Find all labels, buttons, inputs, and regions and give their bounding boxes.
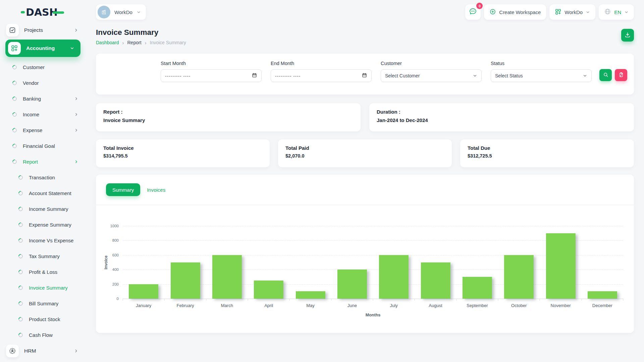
x-tick-label: April — [264, 303, 273, 308]
chevron-down-icon — [624, 10, 629, 14]
sidebar-item-transaction[interactable]: Transaction — [0, 170, 86, 185]
bullet-ring-icon — [11, 64, 17, 70]
bullet-ring-icon — [11, 143, 17, 149]
create-workspace-button[interactable]: Create Workspace — [484, 4, 546, 20]
y-tick-label: 0 — [117, 297, 119, 301]
chevron-right-icon — [74, 112, 78, 117]
report-value: Invoice Summary — [103, 117, 353, 123]
sidebar-item-vendor[interactable]: Vendor — [0, 75, 86, 91]
gridline — [123, 299, 623, 299]
sidebar-item-projects[interactable]: Projects — [0, 22, 86, 38]
bullet-ring-icon — [11, 80, 17, 86]
sidebar-item-expense-summary[interactable]: Expense Summary — [0, 217, 86, 233]
sidebar-item-financial-goal[interactable]: Financial Goal — [0, 138, 86, 154]
bullet-ring-icon — [11, 159, 17, 165]
workspace-avatar — [98, 6, 110, 18]
chart-bar-december — [588, 291, 617, 299]
sidebar-item-hrm[interactable]: HRM — [0, 343, 86, 359]
bullet-ring-icon — [17, 332, 23, 338]
sidebar-item-income-summary[interactable]: Income Summary — [0, 201, 86, 217]
chevron-down-icon — [137, 10, 141, 14]
x-tick-label: November — [551, 303, 571, 308]
plus-circle-icon — [489, 8, 496, 16]
header-actions: 0 Create Workspace WorkDo — [465, 4, 634, 20]
sidebar-item-account-statement[interactable]: Account Statement — [0, 185, 86, 201]
sidebar: DASH Projects Accounting Customer Vendor… — [0, 0, 86, 362]
end-month-input[interactable]: --------- ---- — [271, 69, 372, 82]
report-duration-row: Report : Invoice Summary Duration : Jan-… — [96, 103, 634, 131]
bullet-ring-icon — [17, 190, 23, 196]
sidebar-item-tax-summary[interactable]: Tax Summary — [0, 248, 86, 264]
calendar-icon — [252, 72, 257, 79]
download-button[interactable] — [621, 29, 634, 42]
sidebar-item-bill-summary[interactable]: Bill Summary — [0, 296, 86, 311]
notifications-button[interactable]: 0 — [465, 4, 481, 20]
chat-icon — [469, 7, 477, 17]
app-menu-label: WorkDo — [565, 9, 583, 15]
breadcrumb-separator: › — [122, 40, 124, 45]
report-card: Report : Invoice Summary — [96, 103, 361, 131]
filter-actions — [599, 69, 627, 95]
start-month-input[interactable]: --------- ---- — [161, 69, 262, 82]
chart-bar-september — [463, 277, 492, 299]
sidebar-item-cash-flow[interactable]: Cash Flow — [0, 327, 86, 343]
bullet-ring-icon — [17, 237, 23, 243]
page-title: Invoice Summary — [96, 28, 634, 37]
reset-filter-button[interactable] — [615, 69, 627, 81]
bullet-ring-icon — [11, 96, 17, 102]
customer-select[interactable]: Select Customer — [381, 69, 482, 82]
bullet-ring-icon — [17, 300, 23, 306]
sidebar-item-expense[interactable]: Expense — [0, 122, 86, 138]
sidebar-item-invoice-summary[interactable]: Invoice Summary — [0, 280, 86, 296]
language-code: EN — [614, 9, 621, 15]
x-tick-label: March — [221, 303, 233, 308]
apply-filter-button[interactable] — [599, 69, 612, 81]
sidebar-item-banking[interactable]: Banking — [0, 91, 86, 107]
clipboard-slash-icon — [618, 72, 624, 79]
y-tick-label: 800 — [112, 238, 119, 242]
status-select[interactable]: Select Status — [491, 69, 592, 82]
download-icon — [624, 32, 631, 39]
dash-logo: DASH — [0, 5, 86, 19]
breadcrumb-separator: › — [145, 40, 147, 45]
chart-bar-january — [129, 284, 158, 299]
breadcrumb-report-link[interactable]: Report — [127, 40, 142, 45]
chart-bar-june — [337, 269, 367, 299]
grid-plus-icon — [555, 8, 561, 16]
sidebar-item-report[interactable]: Report — [0, 154, 86, 170]
chart-bar-november — [546, 233, 575, 299]
notification-badge: 0 — [476, 3, 483, 9]
sidebar-item-income-vs-expense[interactable]: Income Vs Expense — [0, 233, 86, 248]
sidebar-item-customer[interactable]: Customer — [0, 59, 86, 75]
x-tick-label: September — [467, 303, 488, 308]
breadcrumb: Dashboard › Report › Invoice Summary — [96, 40, 634, 45]
globe-icon — [604, 8, 611, 16]
tab-invoices[interactable]: Invoices — [147, 187, 165, 193]
start-month-field: Start Month --------- ---- — [161, 61, 262, 95]
app-menu-button[interactable]: WorkDo — [549, 4, 595, 20]
total-paid-card: Total Paid $2,070.0 — [278, 139, 452, 167]
x-tick-label: May — [306, 303, 315, 308]
sidebar-item-income[interactable]: Income — [0, 107, 86, 122]
total-due-value: $312,725.5 — [468, 153, 627, 159]
bullet-ring-icon — [17, 253, 23, 259]
language-selector[interactable]: EN — [599, 4, 634, 20]
chart-bar-march — [212, 255, 242, 299]
sidebar-item-accounting[interactable]: Accounting — [5, 40, 80, 57]
sidebar-item-product-stock[interactable]: Product Stock — [0, 311, 86, 327]
breadcrumb-dashboard-link[interactable]: Dashboard — [96, 40, 119, 45]
x-tick-label: December — [592, 303, 612, 308]
x-tick-label: January — [136, 303, 151, 308]
sidebar-item-profit-loss[interactable]: Profit & Loss — [0, 264, 86, 280]
gridline — [123, 226, 623, 226]
customer-field: Customer Select Customer — [381, 61, 482, 95]
chart-bar-august — [421, 262, 450, 299]
y-tick-label: 200 — [112, 282, 119, 286]
workspace-switcher[interactable]: WorkDo — [96, 4, 146, 20]
duration-card: Duration : Jan-2024 to Dec-2024 — [369, 103, 634, 131]
logo-dot — [21, 11, 25, 13]
tab-summary[interactable]: Summary — [106, 183, 140, 196]
calendar-icon — [362, 72, 367, 79]
main-column: WorkDo 0 Create Workspace — [86, 0, 644, 362]
hrm-person-icon — [6, 345, 19, 357]
